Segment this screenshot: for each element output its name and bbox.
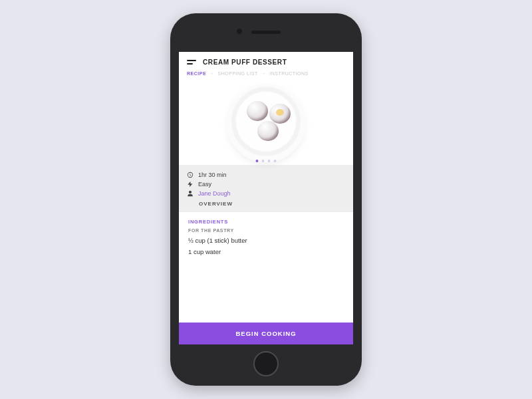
list-item: ½ cup (1 stick) butter	[188, 237, 344, 244]
menu-icon[interactable]	[187, 60, 196, 65]
lightning-icon	[187, 181, 194, 188]
meta-time: 1hr 30 min	[198, 172, 227, 178]
top-bar: CREAM PUFF DESSERT RECIPE → SHOPPING LIS…	[179, 52, 353, 81]
carousel-dots[interactable]	[256, 160, 277, 162]
breadcrumb-shopping-list[interactable]: SHOPPING LIST	[218, 71, 258, 76]
chevron-right-icon: →	[209, 71, 215, 76]
ingredients-heading: INGREDIENTS	[188, 219, 344, 225]
breadcrumb-recipe[interactable]: RECIPE	[187, 71, 206, 76]
list-item: 1 cup water	[188, 248, 344, 255]
recipe-photo	[227, 84, 305, 162]
app-screen: CREAM PUFF DESSERT RECIPE → SHOPPING LIS…	[179, 52, 353, 344]
page-title: CREAM PUFF DESSERT	[203, 59, 287, 66]
ingredients-section: FOR THE PASTRY	[188, 228, 344, 233]
breadcrumb: RECIPE → SHOPPING LIST → INSTRUCTIONS	[187, 71, 345, 76]
meta-difficulty: Easy	[198, 181, 211, 188]
chevron-right-icon: →	[261, 71, 267, 76]
clock-icon	[187, 172, 194, 178]
phone-frame: CREAM PUFF DESSERT RECIPE → SHOPPING LIS…	[170, 13, 362, 386]
recipe-meta: 1hr 30 min Easy Jane Dough OVERVIEW	[179, 165, 353, 212]
breadcrumb-instructions[interactable]: INSTRUCTIONS	[269, 71, 309, 76]
home-button[interactable]	[253, 351, 279, 376]
begin-cooking-button[interactable]: BEGIN COOKING	[179, 323, 353, 344]
meta-author[interactable]: Jane Dough	[198, 190, 231, 197]
user-icon	[187, 190, 194, 197]
overview-label: OVERVIEW	[187, 201, 345, 207]
hero-image[interactable]	[179, 81, 353, 165]
